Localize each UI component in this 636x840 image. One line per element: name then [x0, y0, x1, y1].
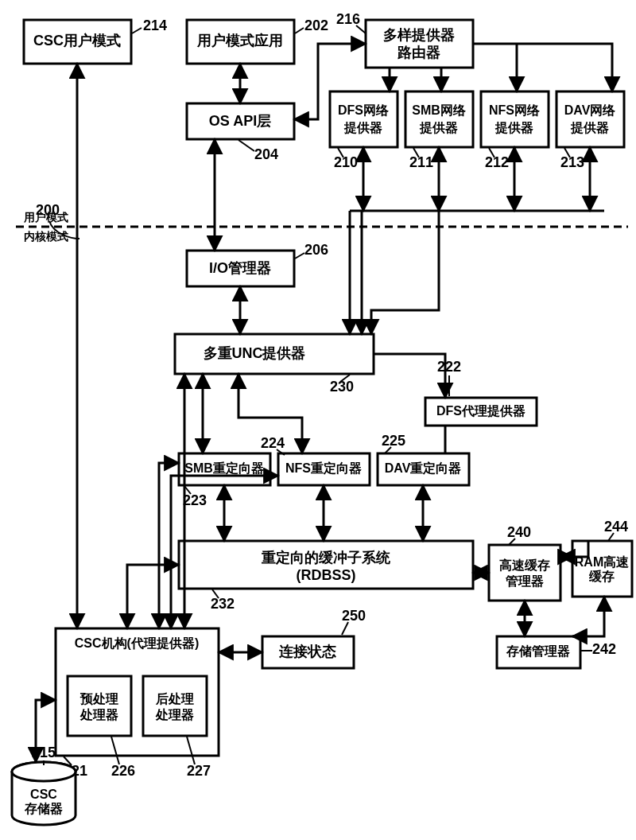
- label-dfs-np-2: 提供器: [343, 121, 382, 134]
- ref-213: 213: [560, 154, 584, 170]
- label-rdbss-1: 重定向的缓冲子系统: [261, 550, 391, 566]
- label-user-mode-app: 用户模式应用: [196, 33, 283, 49]
- ref-223: 223: [183, 492, 207, 508]
- label-conn-state: 连接状态: [278, 644, 336, 659]
- label-csc-mech: CSC机构(代理提供器): [75, 636, 199, 650]
- box-dav-np: [556, 91, 624, 147]
- ref-211: 211: [409, 154, 433, 170]
- label-csc-store-1: CSC: [30, 788, 57, 801]
- ref-240: 240: [507, 524, 531, 540]
- label-smb-np-1: SMB网络: [412, 103, 467, 117]
- label-csc-store-2: 存储器: [24, 802, 63, 815]
- box-post-proc: [143, 676, 207, 736]
- ref-212: 212: [485, 154, 509, 170]
- label-smb-np-2: 提供器: [419, 121, 458, 134]
- label-mpr-2: 路由器: [397, 45, 440, 60]
- ref-242: 242: [592, 641, 616, 657]
- label-pre-proc-1: 预处理: [80, 692, 118, 706]
- ref-210: 210: [334, 154, 358, 170]
- label-pre-proc-2: 处理器: [80, 708, 118, 721]
- ref-227: 227: [187, 763, 211, 779]
- box-dfs-np: [330, 91, 398, 147]
- label-rdbss-2: (RDBSS): [297, 567, 356, 583]
- ref-204: 204: [254, 146, 278, 162]
- box-pre-proc: [68, 676, 131, 736]
- ref-250: 250: [342, 608, 366, 624]
- box-smb-np: [405, 91, 473, 147]
- label-csc-user-mode: CSC用户模式: [33, 33, 121, 49]
- ref-216: 216: [336, 11, 360, 27]
- label-kernel-mode: 内核模式: [24, 230, 68, 243]
- ref-202: 202: [304, 18, 328, 33]
- ref-224: 224: [261, 435, 285, 451]
- label-nfs-np-2: 提供器: [494, 121, 533, 134]
- label-io-mgr: I/O管理器: [209, 260, 271, 276]
- label-cache-mgr-2: 管理器: [505, 574, 544, 588]
- label-mpr-1: 多样提供器: [383, 27, 455, 43]
- label-cache-mgr-1: 高速缓存: [499, 558, 550, 572]
- label-post-proc-2: 处理器: [155, 708, 194, 721]
- ref-244: 244: [604, 519, 628, 535]
- label-smb-rdr: SMB重定向器: [184, 461, 264, 475]
- label-ram-cache-2: 缓存: [588, 570, 615, 583]
- label-munc: 多重UNC提供器: [204, 345, 306, 361]
- label-dav-rdr: DAV重定向器: [385, 461, 462, 475]
- box-cache-mgr: [489, 545, 560, 601]
- label-dfs-np-1: DFS网络: [338, 103, 390, 117]
- ref-222: 222: [437, 359, 461, 375]
- box-nfs-np: [481, 91, 549, 147]
- label-user-mode: 用户模式: [23, 211, 68, 224]
- ref-225: 225: [382, 433, 405, 449]
- ref-206: 206: [304, 242, 328, 258]
- label-post-proc-1: 后处理: [155, 692, 194, 706]
- label-mem-mgr: 存储管理器: [506, 644, 570, 658]
- ref-226: 226: [111, 763, 135, 779]
- label-nfs-np-1: NFS网络: [489, 103, 541, 117]
- label-dav-np-1: DAV网络: [564, 103, 617, 117]
- label-dav-np-2: 提供器: [570, 121, 609, 134]
- label-nfs-rdr: NFS重定向器: [285, 461, 362, 475]
- label-dfs-surrogate: DFS代理提供器: [436, 404, 525, 418]
- ref-232: 232: [211, 596, 235, 612]
- ref-214: 214: [143, 18, 167, 33]
- label-os-api: OS API层: [209, 113, 271, 129]
